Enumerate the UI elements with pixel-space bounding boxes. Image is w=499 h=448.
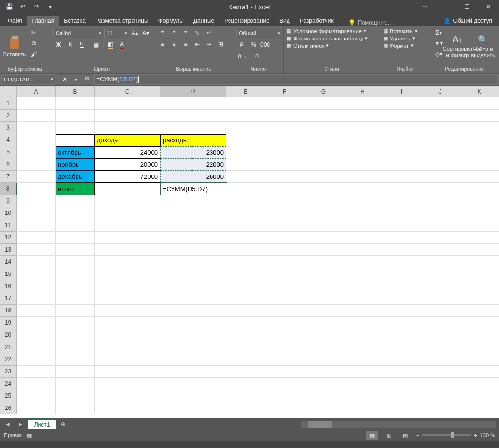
align-right-button[interactable]: ≡ (180, 39, 191, 49)
cell-K23[interactable] (460, 366, 499, 378)
row-header-5[interactable]: 5 (0, 146, 17, 158)
cell-G9[interactable] (304, 195, 343, 207)
qat-undo[interactable]: ↶ (18, 1, 28, 12)
orientation-button[interactable]: ⤡ (192, 28, 203, 38)
cell-I7[interactable] (382, 171, 421, 183)
cell-D4[interactable]: расходы (160, 134, 226, 146)
accounting-button[interactable]: ₽ (236, 40, 247, 50)
col-header-F[interactable]: F (265, 86, 304, 97)
cell-B19[interactable] (56, 317, 95, 329)
cell-J3[interactable] (421, 122, 460, 134)
cell-I4[interactable] (382, 134, 421, 146)
cell-C5[interactable]: 24000 (95, 146, 160, 158)
cell-K1[interactable] (460, 97, 499, 110)
cell-F16[interactable] (265, 280, 304, 292)
cell-K11[interactable] (460, 219, 499, 232)
cell-C11[interactable] (95, 219, 160, 232)
cell-F17[interactable] (265, 292, 304, 305)
cell-A25[interactable] (17, 390, 56, 402)
row-header-12[interactable]: 12 (0, 232, 17, 244)
autosum-button[interactable]: Σ▾ (433, 28, 444, 38)
cell-E18[interactable] (226, 305, 265, 317)
cell-D2[interactable] (160, 110, 226, 122)
cell-B5[interactable]: октябрь (56, 146, 95, 158)
cell-C3[interactable] (95, 122, 160, 134)
align-center-button[interactable]: ≡ (169, 39, 179, 49)
cell-F8[interactable] (265, 183, 304, 195)
col-header-G[interactable]: G (304, 86, 343, 97)
tab-home[interactable]: Главная (27, 16, 59, 26)
cell-F15[interactable] (265, 268, 304, 280)
cell-D10[interactable] (160, 207, 226, 219)
cell-E9[interactable] (226, 195, 265, 207)
cell-C24[interactable] (95, 378, 160, 390)
cell-J4[interactable] (421, 134, 460, 146)
new-sheet-button[interactable]: ⊕ (59, 421, 68, 428)
cell-I14[interactable] (382, 256, 421, 268)
insert-cells-button[interactable]: ▦Вставить▾ (383, 28, 427, 34)
cell-D3[interactable] (160, 122, 226, 134)
cell-F10[interactable] (265, 207, 304, 219)
row-header-23[interactable]: 23 (0, 366, 17, 378)
row-header-11[interactable]: 11 (0, 219, 17, 232)
cell-K4[interactable] (460, 134, 499, 146)
wrap-text-button[interactable]: ↩ (204, 28, 214, 38)
cell-J24[interactable] (421, 378, 460, 390)
align-left-button[interactable]: ≡ (157, 39, 168, 49)
cell-K22[interactable] (460, 353, 499, 366)
col-header-J[interactable]: J (421, 86, 460, 97)
cell-C25[interactable] (95, 390, 160, 402)
cell-G22[interactable] (304, 353, 343, 366)
cell-F6[interactable] (265, 158, 304, 171)
cell-G3[interactable] (304, 122, 343, 134)
cell-G6[interactable] (304, 158, 343, 171)
cell-K16[interactable] (460, 280, 499, 292)
cell-G23[interactable] (304, 366, 343, 378)
cell-K9[interactable] (460, 195, 499, 207)
cell-F11[interactable] (265, 219, 304, 232)
cell-C17[interactable] (95, 292, 160, 305)
horizontal-scrollbar[interactable] (301, 421, 496, 428)
sheet-tab[interactable]: Лист1 (28, 419, 56, 429)
cell-B4[interactable] (56, 134, 95, 146)
cell-I1[interactable] (382, 97, 421, 110)
cell-D15[interactable] (160, 268, 226, 280)
increase-font-button[interactable]: A▴ (130, 28, 140, 38)
cell-F24[interactable] (265, 378, 304, 390)
cell-E16[interactable] (226, 280, 265, 292)
cell-A24[interactable] (17, 378, 56, 390)
cell-C23[interactable] (95, 366, 160, 378)
cell-G21[interactable] (304, 341, 343, 353)
col-header-K[interactable]: K (460, 86, 499, 97)
cell-I13[interactable] (382, 244, 421, 256)
cell-H14[interactable] (343, 256, 382, 268)
cell-F5[interactable] (265, 146, 304, 158)
cell-J26[interactable] (421, 402, 460, 414)
cell-G13[interactable] (304, 244, 343, 256)
cell-C26[interactable] (95, 402, 160, 414)
cell-F22[interactable] (265, 353, 304, 366)
cell-G16[interactable] (304, 280, 343, 292)
cell-C8[interactable] (95, 183, 160, 195)
cell-J6[interactable] (421, 158, 460, 171)
cell-D14[interactable] (160, 256, 226, 268)
worksheet[interactable]: ABCDEFGHIJK 1234567891011121314151617181… (0, 86, 499, 418)
cell-A5[interactable] (17, 146, 56, 158)
cell-K15[interactable] (460, 268, 499, 280)
cell-A23[interactable] (17, 366, 56, 378)
cell-D5[interactable]: 23000 (160, 146, 226, 158)
cell-A12[interactable] (17, 232, 56, 244)
cell-H2[interactable] (343, 110, 382, 122)
cell-E5[interactable] (226, 146, 265, 158)
cell-B13[interactable] (56, 244, 95, 256)
col-header-H[interactable]: H (343, 86, 382, 97)
cell-K3[interactable] (460, 122, 499, 134)
row-header-8[interactable]: 8 (0, 183, 17, 195)
cell-D12[interactable] (160, 232, 226, 244)
cell-D13[interactable] (160, 244, 226, 256)
cell-E13[interactable] (226, 244, 265, 256)
qat-redo[interactable]: ↷ (31, 1, 42, 12)
cell-H12[interactable] (343, 232, 382, 244)
cell-I10[interactable] (382, 207, 421, 219)
cell-F19[interactable] (265, 317, 304, 329)
